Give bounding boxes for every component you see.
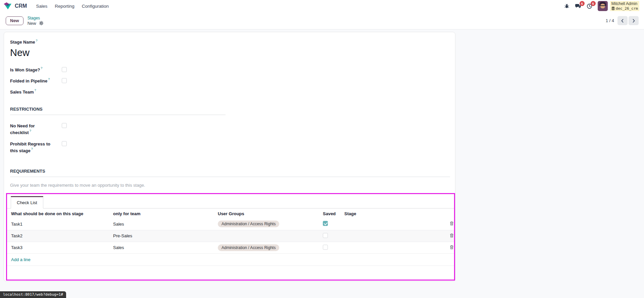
prohibit-regress-label: Prohibit Regress to this stage: [10, 141, 50, 153]
prohibit-regress-help-icon[interactable]: ?: [31, 147, 33, 151]
task-cell[interactable]: Task2: [7, 230, 113, 242]
stage-name-input[interactable]: New: [10, 47, 450, 58]
saved-checkbox[interactable]: [323, 221, 328, 226]
no-need-checklist-help-icon[interactable]: ?: [30, 129, 31, 132]
delete-row-icon[interactable]: [449, 222, 454, 227]
checklist-notebook: Check List What should be done on this s…: [6, 193, 455, 281]
checklist-row-3[interactable]: Task3 Sales Administration / Access Righ…: [7, 242, 454, 253]
stage-name-label: Stage Name: [10, 40, 35, 45]
breadcrumb-current: New: [28, 21, 36, 26]
requirements-section: REQUIREMENTS Give your team the requirem…: [10, 169, 450, 188]
team-cell[interactable]: Pre-Sales: [113, 230, 218, 242]
is-won-stage-label: Is Won Stage?: [10, 67, 40, 72]
pager-previous-button[interactable]: [617, 16, 628, 25]
database-name: dec_26_crm: [616, 6, 638, 11]
stage-cell[interactable]: [344, 230, 438, 242]
messages-badge: 5: [580, 1, 585, 6]
debug-bug-icon[interactable]: [564, 3, 569, 9]
folded-in-pipeline-help-icon[interactable]: ?: [48, 77, 50, 81]
database-icon: [611, 7, 615, 10]
stage-cell[interactable]: [344, 218, 438, 230]
delete-row-icon[interactable]: [449, 234, 454, 239]
folded-in-pipeline-checkbox[interactable]: [62, 78, 67, 83]
breadcrumb: Stages New: [28, 16, 44, 26]
checklist-table: What should be done on this stage only f…: [7, 208, 454, 266]
main-menu: Sales Reporting Configuration: [32, 4, 112, 9]
pager-value: 1 / 4: [606, 18, 614, 23]
delete-row-icon[interactable]: [449, 246, 454, 251]
requirements-placeholder[interactable]: Give your team the requirements to move …: [10, 183, 450, 188]
column-team[interactable]: only for team: [113, 208, 218, 218]
sales-team-label: Sales Team: [10, 90, 34, 95]
top-navbar: CRM Sales Reporting Configuration 5: [0, 0, 644, 12]
is-won-stage-checkbox[interactable]: [62, 67, 67, 72]
user-menu[interactable]: Mitchell Admin dec_26_crm: [598, 1, 639, 11]
restrictions-section: RESTRICTIONS No Need for checklist? Proh…: [10, 107, 226, 154]
add-a-line-link[interactable]: Add a line: [11, 257, 31, 262]
stage-name-help-icon[interactable]: ?: [36, 39, 37, 42]
browser-status-bar: localhost:8017/web?debug=1#: [0, 291, 66, 298]
column-task[interactable]: What should be done on this stage: [7, 208, 113, 218]
app-name[interactable]: CRM: [15, 3, 27, 9]
prohibit-regress-checkbox[interactable]: [62, 141, 67, 146]
team-cell[interactable]: Sales: [113, 218, 218, 230]
checklist-header-row: What should be done on this stage only f…: [7, 208, 454, 218]
messages-icon[interactable]: 5: [575, 3, 581, 9]
form-view-background: Stage Name? New Is Won Stage?? Folded in…: [0, 29, 644, 298]
navbar-systray: 5 5 Mitchell Admin: [564, 1, 639, 11]
menu-configuration[interactable]: Configuration: [78, 4, 112, 9]
tab-check-list[interactable]: Check List: [11, 196, 43, 208]
restrictions-title: RESTRICTIONS: [10, 107, 226, 115]
column-stage[interactable]: Stage: [344, 208, 438, 218]
saved-checkbox[interactable]: [323, 245, 328, 250]
saved-checkbox[interactable]: [323, 233, 328, 238]
user-info: Mitchell Admin dec_26_crm: [610, 1, 639, 11]
user-groups-cell[interactable]: [218, 230, 323, 242]
menu-sales[interactable]: Sales: [32, 4, 51, 9]
pager-next-button[interactable]: [629, 16, 639, 25]
checklist-row-2[interactable]: Task2 Pre-Sales: [7, 230, 454, 242]
activities-badge: 5: [591, 1, 596, 6]
breadcrumb-stages-link[interactable]: Stages: [28, 16, 44, 20]
new-button[interactable]: New: [6, 16, 23, 25]
sales-team-help-icon[interactable]: ?: [35, 88, 36, 92]
pager: 1 / 4: [606, 16, 639, 25]
gear-icon[interactable]: [39, 21, 44, 25]
app-menu[interactable]: CRM: [3, 2, 27, 10]
checklist-row-1[interactable]: Task1 Sales Administration / Access Righ…: [7, 218, 454, 230]
user-avatar: [598, 1, 608, 11]
add-line-row: Add a line: [7, 253, 454, 265]
task-cell[interactable]: Task1: [7, 218, 113, 230]
no-need-checklist-checkbox[interactable]: [62, 123, 67, 128]
team-cell[interactable]: Sales: [113, 242, 218, 253]
folded-in-pipeline-label: Folded in Pipeline: [10, 78, 47, 83]
menu-reporting[interactable]: Reporting: [51, 4, 78, 9]
is-won-stage-help-icon[interactable]: ?: [41, 66, 42, 70]
user-group-tag[interactable]: Administration / Access Rights: [218, 244, 279, 251]
notebook-tab-strip: Check List: [7, 194, 454, 208]
user-name: Mitchell Admin: [611, 1, 638, 6]
user-group-tag[interactable]: Administration / Access Rights: [218, 221, 279, 227]
control-panel: New Stages New 1 / 4: [0, 12, 644, 29]
activities-clock-icon[interactable]: 5: [587, 3, 592, 9]
form-sheet: Stage Name? New Is Won Stage?? Folded in…: [4, 32, 455, 282]
column-saved[interactable]: Saved: [323, 208, 344, 218]
crm-app-logo-icon: [3, 2, 12, 10]
column-user-groups[interactable]: User Groups: [218, 208, 323, 218]
task-cell[interactable]: Task3: [7, 242, 113, 253]
stage-cell[interactable]: [344, 242, 438, 253]
requirements-title: REQUIREMENTS: [10, 169, 450, 177]
